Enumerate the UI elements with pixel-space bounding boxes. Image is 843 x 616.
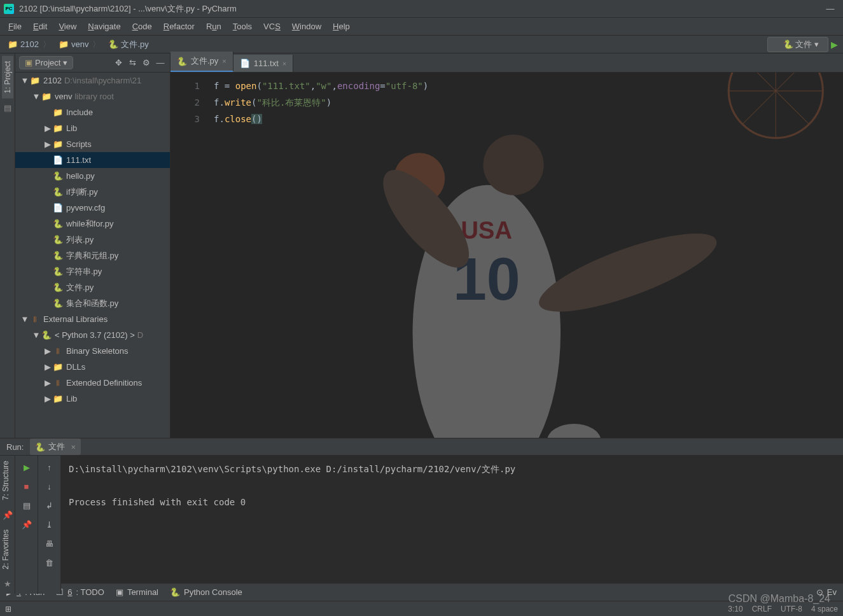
- folder-icon: ▣: [25, 58, 32, 67]
- rerun-icon[interactable]: ▶: [20, 461, 33, 473]
- editor-tabs: 🐍文件.py× 📄111.txt×: [171, 53, 843, 73]
- tree-row-0[interactable]: ▼📁2102D:\install\pycharm\21: [15, 73, 170, 88]
- tree-row-13[interactable]: 🐍文件.py: [15, 279, 170, 295]
- tree-row-15[interactable]: ▼⫴External Libraries: [15, 311, 170, 327]
- tree-row-5[interactable]: 📄111.txt: [15, 152, 170, 168]
- run-tab[interactable]: 🐍文件×: [30, 438, 81, 455]
- settings-icon[interactable]: ⚙: [141, 58, 152, 67]
- run-config-dropdown[interactable]: 🐍 文件 ▾: [767, 37, 828, 52]
- text-file-icon: 📄: [240, 59, 250, 68]
- folder-icon: 📁: [59, 39, 69, 49]
- app-icon: PC: [4, 4, 14, 14]
- editor-tab-111[interactable]: 📄111.txt×: [233, 55, 293, 72]
- left-tool-stripe: 1: Project ▤: [0, 53, 15, 438]
- tree-row-9[interactable]: 🐍while和for.py: [15, 216, 170, 232]
- titlebar: PC 2102 [D:\install\pycharm\2102] - ...\…: [0, 0, 843, 18]
- menu-window[interactable]: Window: [286, 20, 327, 33]
- expand-icon[interactable]: ⇆: [127, 58, 138, 67]
- menu-file[interactable]: File: [3, 20, 27, 33]
- breadcrumb-root[interactable]: 📁2102〉: [5, 38, 55, 52]
- line-gutter: 1 2 3: [171, 73, 209, 438]
- navigation-bar: 📁2102〉 📁venv〉 🐍文件.py 🐍 文件 ▾ ▶: [0, 36, 843, 53]
- editor-area: 10 USA 🐍文件.py× 📄111.txt× 1 2 3 f = open(…: [171, 53, 843, 438]
- code-editor[interactable]: 1 2 3 f = open("111.txt","w",encoding="u…: [171, 73, 843, 438]
- favorites-tool-tab[interactable]: 2: Favorites: [0, 524, 11, 575]
- left-stripe-lower: 7: Structure 📌 2: Favorites ★: [0, 456, 15, 594]
- wrap-icon[interactable]: ↲: [43, 499, 56, 512]
- menu-refactor[interactable]: Refactor: [158, 20, 200, 33]
- menu-view[interactable]: View: [53, 20, 82, 33]
- menu-vcs[interactable]: VCS: [258, 20, 286, 33]
- status-bar: ⊞ 3:10 CRLF UTF-8 4 space: [0, 601, 843, 616]
- run-panel-header: Run: 🐍文件×: [0, 438, 843, 456]
- csdn-watermark: CSDN @Mamba-8_24: [728, 593, 830, 605]
- trash-icon[interactable]: 🗑: [43, 556, 56, 569]
- star-icon[interactable]: ★: [2, 578, 13, 590]
- menu-edit[interactable]: Edit: [27, 20, 53, 33]
- tree-row-6[interactable]: 🐍hello.py: [15, 168, 170, 184]
- menu-help[interactable]: Help: [327, 20, 356, 33]
- stop-icon[interactable]: ■: [20, 480, 33, 493]
- close-icon[interactable]: ×: [282, 60, 286, 67]
- line-separator[interactable]: CRLF: [752, 605, 772, 613]
- tree-row-2[interactable]: 📁Include: [15, 104, 170, 120]
- print-icon[interactable]: 🖶: [43, 537, 56, 550]
- tree-row-17[interactable]: ▶⫴Binary Skeletons: [15, 343, 170, 359]
- up-icon[interactable]: ↑: [43, 461, 56, 473]
- window-title: 2102 [D:\install\pycharm\2102] - ...\ven…: [19, 3, 821, 15]
- tree-row-16[interactable]: ▼🐍< Python 3.7 (2102) >D: [15, 327, 170, 343]
- breadcrumbs: 📁2102〉 📁venv〉 🐍文件.py: [5, 38, 151, 52]
- python-file-icon: 🐍: [177, 57, 187, 66]
- cursor-position[interactable]: 3:10: [728, 605, 742, 613]
- minimize-button[interactable]: —: [821, 4, 839, 13]
- tree-row-8[interactable]: 📄pyvenv.cfg: [15, 200, 170, 216]
- file-encoding[interactable]: UTF-8: [781, 605, 802, 613]
- project-panel: ▣Project▾ ✥ ⇆ ⚙ — ▼📁2102D:\install\pycha…: [15, 53, 171, 438]
- tree-row-18[interactable]: ▶📁DLLs: [15, 359, 170, 375]
- project-tree[interactable]: ▼📁2102D:\install\pycharm\21▼📁venvlibrary…: [15, 73, 170, 438]
- locate-icon[interactable]: ✥: [113, 58, 124, 67]
- layout-icon[interactable]: ▤: [20, 499, 33, 512]
- tree-row-20[interactable]: ▶📁Lib: [15, 391, 170, 407]
- down-icon[interactable]: ↓: [43, 480, 56, 493]
- breadcrumb-file[interactable]: 🐍文件.py: [106, 38, 151, 52]
- tree-row-3[interactable]: ▶📁Lib: [15, 120, 170, 136]
- menu-code[interactable]: Code: [127, 20, 158, 33]
- bookmark-icon[interactable]: 📌: [2, 509, 13, 521]
- tree-row-7[interactable]: 🐍if判断.py: [15, 184, 170, 200]
- project-view-selector[interactable]: ▣Project▾: [19, 56, 73, 69]
- menubar: File Edit View Navigate Code Refactor Ru…: [0, 18, 843, 36]
- tree-row-1[interactable]: ▼📁venvlibrary root: [15, 88, 170, 104]
- menu-navigate[interactable]: Navigate: [82, 20, 126, 33]
- scroll-icon[interactable]: ⤓: [43, 518, 56, 531]
- status-left-icon[interactable]: ⊞: [5, 605, 11, 613]
- tree-row-4[interactable]: ▶📁Scripts: [15, 136, 170, 152]
- project-tool-tab[interactable]: 1: Project: [2, 56, 13, 99]
- run-toolbar-col2: ↑ ↓ ↲ ⤓ 🖶 🗑: [38, 456, 61, 594]
- structure-tool-tab[interactable]: 7: Structure: [0, 456, 11, 505]
- run-toolbar-col1: ▶ ■ ▤ 📌: [15, 456, 38, 594]
- tree-row-10[interactable]: 🐍列表.py: [15, 232, 170, 248]
- tree-row-14[interactable]: 🐍集合和函数.py: [15, 295, 170, 311]
- menu-run[interactable]: Run: [200, 20, 227, 33]
- code-content[interactable]: f = open("111.txt","w",encoding="utf-8")…: [209, 73, 843, 438]
- run-panel-title: Run:: [6, 442, 24, 452]
- console-output[interactable]: D:\install\pycharm\2102\venv\Scripts\pyt…: [61, 456, 843, 594]
- tree-row-11[interactable]: 🐍字典和元组.py: [15, 248, 170, 263]
- file-icon[interactable]: ▤: [2, 102, 13, 114]
- pin-icon[interactable]: 📌: [20, 518, 33, 531]
- close-icon[interactable]: ×: [222, 57, 226, 65]
- run-button-icon[interactable]: ▶: [831, 39, 838, 50]
- close-icon[interactable]: ×: [71, 442, 76, 452]
- tree-row-19[interactable]: ▶⫴Extended Definitions: [15, 375, 170, 391]
- python-file-icon: 🐍: [35, 442, 45, 452]
- editor-tab-wenjian[interactable]: 🐍文件.py×: [171, 52, 233, 72]
- breadcrumb-venv[interactable]: 📁venv〉: [56, 38, 104, 52]
- menu-tools[interactable]: Tools: [227, 20, 258, 33]
- tree-row-12[interactable]: 🐍字符串.py: [15, 263, 170, 279]
- folder-icon: 📁: [8, 39, 18, 49]
- run-tool-window: Run: 🐍文件× 7: Structure 📌 2: Favorites ★ …: [0, 438, 843, 583]
- indent-status[interactable]: 4 space: [811, 605, 838, 613]
- project-panel-header: ▣Project▾ ✥ ⇆ ⚙ —: [15, 53, 170, 73]
- hide-icon[interactable]: —: [155, 58, 166, 67]
